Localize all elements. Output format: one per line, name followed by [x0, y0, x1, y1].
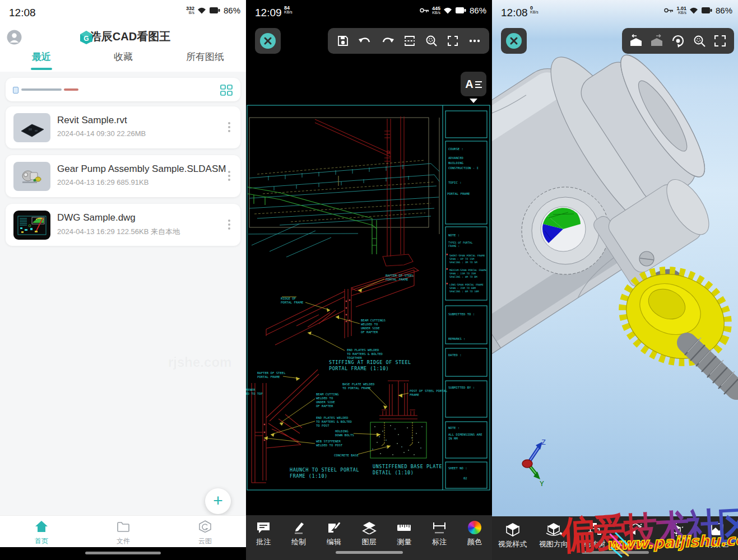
fullscreen-icon[interactable] — [713, 34, 727, 48]
file-thumbnail — [13, 162, 50, 191]
cad-drawing-canvas[interactable]: COURSE : ADVANCEDBUILDINGCONSTRUCTION - … — [246, 104, 492, 491]
svg-text:TYPES OF PORTALFRAME :: TYPES OF PORTALFRAME : — [448, 241, 472, 248]
svg-text:PORTAL FRAME: PORTAL FRAME — [447, 192, 470, 195]
home-indicator[interactable] — [85, 552, 161, 554]
model-3d-canvas[interactable]: Z Y — [492, 0, 738, 560]
tab-favorites[interactable]: 收藏 — [114, 50, 133, 63]
close-model-button[interactable] — [501, 28, 527, 54]
comment-icon — [256, 521, 271, 534]
file-meta: 2024-04-13 16:29 685.91KB — [57, 178, 226, 186]
network-speed: 332B/s — [186, 6, 194, 15]
svg-text:TOPIC :: TOPIC : — [448, 181, 462, 184]
file-menu-button[interactable] — [228, 122, 230, 132]
plus-icon: + — [213, 492, 223, 509]
tab-all-drawings[interactable]: 所有图纸 — [186, 50, 224, 63]
page-watermark: rjshe.com — [168, 354, 231, 370]
download-speed: 0KB/s — [530, 6, 539, 15]
battery-percent: 86% — [224, 6, 240, 15]
print-layout-icon[interactable] — [403, 34, 416, 48]
svg-text:SUBMITTED BY :: SUBMITTED BY : — [448, 386, 475, 389]
wifi-icon — [443, 7, 452, 14]
redo-icon[interactable] — [380, 34, 395, 48]
status-bar: 12:08 332B/s 86% — [0, 0, 246, 25]
watermark-strokes — [607, 532, 646, 560]
tool-dimension[interactable]: 标注 — [422, 515, 457, 560]
tool-visual-style[interactable]: 视觉样式 — [492, 516, 533, 560]
layers-icon — [362, 521, 377, 534]
svg-text:NOTE :: NOTE : — [448, 234, 459, 237]
folder-icon — [117, 520, 130, 533]
file-meta: 2024-04-13 16:29 122.56KB 来自本地 — [57, 227, 180, 237]
file-card-revit[interactable]: Revit Sample.rvt 2024-04-14 09:30 22.26M… — [6, 106, 240, 148]
svg-text:SUBMITTED TO :: SUBMITTED TO : — [448, 312, 475, 316]
file-list-area: rjshe.com Revit Sample.rvt 2024-04-14 — [0, 72, 246, 515]
svg-text:RAFTER OF STEELPORTAL FRAME: RAFTER OF STEELPORTAL FRAME — [257, 371, 286, 379]
text-style-button[interactable]: A — [461, 72, 486, 104]
tool-draw[interactable]: 绘制 — [281, 515, 317, 560]
file-menu-button[interactable] — [228, 171, 230, 181]
svg-text:RIDGE OFPORTAL FRAME: RIDGE OFPORTAL FRAME — [281, 297, 304, 304]
status-time: 12:09 — [255, 7, 282, 19]
dimension-icon — [431, 521, 447, 534]
svg-text:DATED :: DATED : — [448, 353, 462, 357]
svg-text:BASE PLATE WELDEDTO PORTAL FRA: BASE PLATE WELDEDTO PORTAL FRAME — [342, 382, 375, 390]
svg-text:STIFFENERWELDED TO TOPPOST: STIFFENERWELDED TO TOPPOST — [246, 388, 263, 399]
home-icon — [35, 520, 48, 533]
bottom-nav: 首页 文件 云图 — [0, 515, 246, 548]
close-icon — [505, 32, 522, 49]
close-drawing-button[interactable] — [255, 28, 281, 54]
file-menu-button[interactable] — [228, 220, 230, 230]
rotate-3d-icon[interactable] — [671, 34, 685, 48]
svg-text:WEB STIFFENERWELDED TO POST: WEB STIFFENERWELDED TO POST — [316, 440, 343, 447]
notice-bar[interactable] — [6, 78, 240, 101]
svg-text:SHORT-SPAN PORTAL FRAMESPAN :: SHORT-SPAN PORTAL FRAMESPAN : UP TO 15MS… — [449, 254, 485, 264]
upload-speed: 1.01KB/s — [676, 6, 686, 15]
model-viewer-screen: Z Y 12:08 0KB/s 1.01KB/s 86% — [492, 0, 738, 560]
chevron-down-icon — [470, 99, 477, 103]
svg-text:NOTE :: NOTE : — [448, 426, 459, 430]
home-indicator[interactable] — [336, 551, 403, 554]
undo-icon[interactable] — [358, 34, 372, 48]
nav-cloud[interactable]: 云图 — [189, 520, 221, 546]
battery-icon — [701, 7, 713, 14]
nav-files[interactable]: 文件 — [107, 520, 140, 546]
close-icon — [259, 32, 276, 49]
notice-text — [21, 88, 62, 91]
view-back-icon[interactable] — [629, 34, 643, 48]
cube-orbit-icon — [545, 522, 562, 536]
file-name: Revit Sample.rvt — [57, 115, 146, 126]
ruler-icon — [396, 521, 412, 534]
zoom-search-icon[interactable] — [692, 34, 707, 48]
lines-glyph — [475, 80, 482, 88]
battery-percent: 86% — [470, 6, 486, 15]
zoom-search-icon[interactable] — [425, 34, 438, 48]
svg-text:02: 02 — [463, 477, 467, 480]
file-card-sldasm[interactable]: Gear Pump Assembly Sample.SLDASM 2024-04… — [6, 155, 240, 197]
doc-icon — [13, 87, 18, 94]
more-icon[interactable] — [468, 34, 481, 48]
svg-text:END PLATES WELDEDTO RAFTERS &: END PLATES WELDEDTO RAFTERS & BOLTEDTO P… — [316, 416, 352, 427]
fullscreen-icon[interactable] — [446, 34, 459, 48]
view-forward-icon[interactable] — [649, 34, 664, 48]
tool-color[interactable]: 颜色 — [457, 515, 492, 560]
app-logo-icon: G — [79, 30, 94, 45]
add-file-fab[interactable]: + — [205, 488, 231, 514]
svg-text:MEDIUM-SPAN PORTAL FRAMESPAN :: MEDIUM-SPAN PORTAL FRAMESPAN : 15M TO 35… — [449, 269, 487, 278]
edit-square-icon — [327, 521, 341, 534]
nav-home[interactable]: 首页 — [25, 520, 58, 546]
tab-recent[interactable]: 最近 — [32, 50, 51, 63]
cloud-hexagon-icon — [198, 520, 212, 533]
note-bullets — [447, 254, 448, 284]
tool-comment[interactable]: 批注 — [246, 515, 281, 560]
haunch-title: HAUNCH TO STEEL PORTALFRAME (1:10) — [290, 467, 359, 479]
drawing-toolbar — [328, 28, 489, 54]
download-speed: 84KB/s — [284, 6, 293, 15]
grid-view-icon[interactable] — [220, 85, 233, 96]
save-icon[interactable] — [336, 34, 350, 48]
file-card-dwg[interactable]: DWG Sample.dwg 2024-04-13 16:29 122.56KB… — [6, 204, 240, 246]
file-thumbnail — [13, 113, 50, 142]
title-block: COURSE : ADVANCEDBUILDINGCONSTRUCTION - … — [447, 147, 487, 480]
status-time: 12:08 — [9, 7, 36, 19]
svg-text:HOLDINGDOWN BOLTS: HOLDINGDOWN BOLTS — [335, 430, 354, 437]
axis-z-label: Z — [541, 438, 546, 446]
